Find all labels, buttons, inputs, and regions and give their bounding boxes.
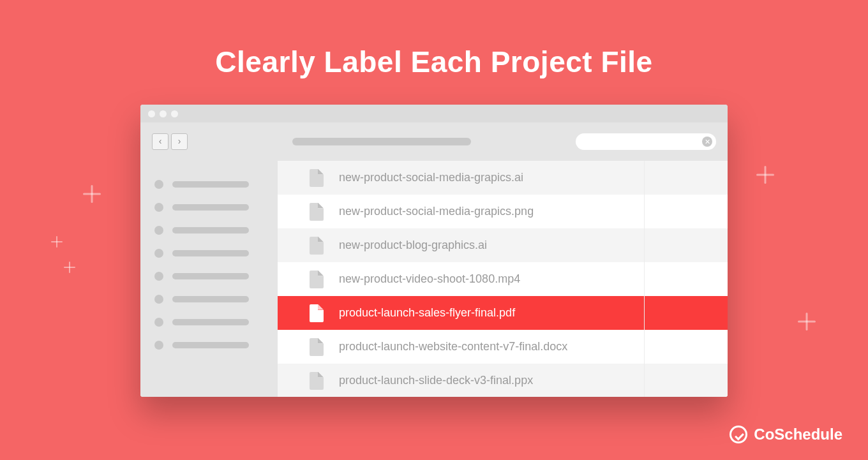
body-area: new-product-social-media-grapics.ainew-p… xyxy=(140,161,728,397)
sidebar-item[interactable] xyxy=(154,272,264,281)
sidebar-item[interactable] xyxy=(154,203,264,212)
sidebar-item[interactable] xyxy=(154,226,264,235)
file-row[interactable]: product-launch-website-content-v7-final.… xyxy=(278,330,728,364)
window-control-minimize[interactable] xyxy=(160,110,167,117)
window-control-close[interactable] xyxy=(148,110,155,117)
sidebar-item[interactable] xyxy=(154,249,264,258)
sidebar-item[interactable] xyxy=(154,318,264,327)
brand-logo: CoSchedule xyxy=(730,426,842,443)
file-name: new-product-video-shoot-1080.mp4 xyxy=(339,272,520,286)
nav-forward-button[interactable]: › xyxy=(171,133,188,150)
file-name: product-launch-sales-flyer-final.pdf xyxy=(339,306,515,320)
sidebar-label-placeholder xyxy=(172,227,249,234)
file-browser-window: ‹ › ✕ new-product-social-media-grapics.a… xyxy=(140,105,728,397)
file-row[interactable]: new-product-blog-graphics.ai xyxy=(278,228,728,262)
file-icon xyxy=(310,271,324,288)
file-name: product-launch-slide-deck-v3-final.ppx xyxy=(339,374,533,387)
bullet-icon xyxy=(154,180,163,189)
bullet-icon xyxy=(154,249,163,258)
sidebar-label-placeholder xyxy=(172,342,249,348)
checkmark-circle-icon xyxy=(730,426,747,443)
sidebar xyxy=(140,161,278,397)
sidebar-label-placeholder xyxy=(172,273,249,279)
bullet-icon xyxy=(154,203,163,212)
page-title: Clearly Label Each Project File xyxy=(0,0,868,79)
sidebar-label-placeholder xyxy=(172,204,249,211)
file-icon xyxy=(310,338,324,356)
toolbar: ‹ › ✕ xyxy=(140,122,728,161)
file-row[interactable]: product-launch-slide-deck-v3-final.ppx xyxy=(278,364,728,397)
file-icon xyxy=(310,304,324,322)
file-row[interactable]: product-launch-sales-flyer-final.pdf xyxy=(278,296,728,330)
file-name: new-product-blog-graphics.ai xyxy=(339,239,487,252)
sparkle-icon xyxy=(83,185,101,203)
bullet-icon xyxy=(154,226,163,235)
bullet-icon xyxy=(154,318,163,327)
file-list: new-product-social-media-grapics.ainew-p… xyxy=(278,161,728,397)
file-row[interactable]: new-product-video-shoot-1080.mp4 xyxy=(278,262,728,296)
file-name: new-product-social-media-grapics.ai xyxy=(339,171,523,184)
file-name: new-product-social-media-grapics.png xyxy=(339,205,534,218)
nav-back-button[interactable]: ‹ xyxy=(152,133,168,150)
file-icon xyxy=(310,237,324,255)
search-input[interactable]: ✕ xyxy=(576,133,716,150)
address-area xyxy=(199,138,564,145)
sparkle-icon xyxy=(756,166,774,184)
sidebar-label-placeholder xyxy=(172,296,249,302)
nav-group: ‹ › xyxy=(152,133,188,150)
file-name: product-launch-website-content-v7-final.… xyxy=(339,340,567,353)
sidebar-item[interactable] xyxy=(154,180,264,189)
window-control-zoom[interactable] xyxy=(171,110,178,117)
file-icon xyxy=(310,169,324,187)
sidebar-label-placeholder xyxy=(172,319,249,325)
address-bar-placeholder[interactable] xyxy=(292,138,471,145)
brand-name: CoSchedule xyxy=(754,426,842,443)
sidebar-label-placeholder xyxy=(172,250,249,256)
bullet-icon xyxy=(154,341,163,350)
clear-search-icon[interactable]: ✕ xyxy=(702,137,712,147)
sidebar-item[interactable] xyxy=(154,295,264,304)
file-icon xyxy=(310,372,324,390)
file-row[interactable]: new-product-social-media-grapics.png xyxy=(278,195,728,228)
file-row[interactable]: new-product-social-media-grapics.ai xyxy=(278,161,728,195)
sparkle-icon xyxy=(64,262,75,273)
bullet-icon xyxy=(154,295,163,304)
file-icon xyxy=(310,203,324,221)
bullet-icon xyxy=(154,272,163,281)
sparkle-icon xyxy=(51,236,63,248)
sparkle-icon xyxy=(798,313,816,330)
sidebar-label-placeholder xyxy=(172,181,249,188)
window-titlebar xyxy=(140,105,728,122)
sidebar-item[interactable] xyxy=(154,341,264,350)
